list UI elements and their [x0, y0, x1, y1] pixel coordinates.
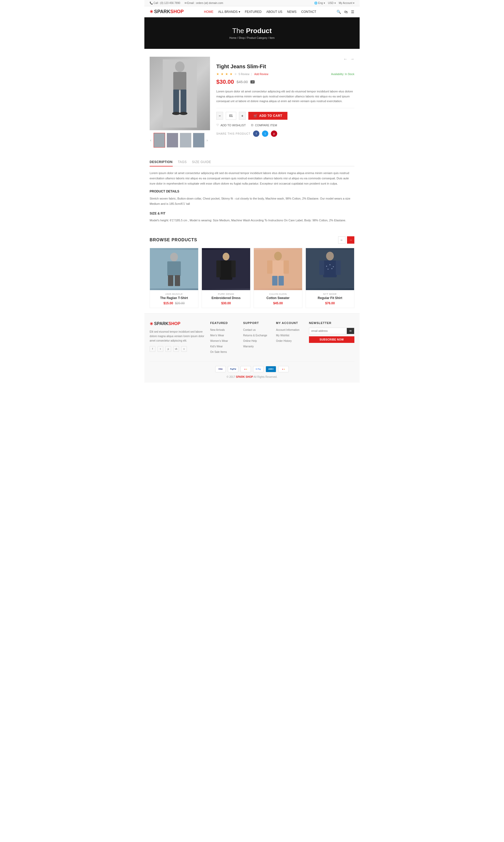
footer-link-returns[interactable]: Returns & Exchange	[243, 334, 267, 337]
qty-increase-button[interactable]: +	[239, 112, 246, 120]
browse-prev-button[interactable]: ←	[338, 236, 345, 244]
compare-icon-4[interactable]: ⊡	[342, 284, 344, 288]
wishlist-icon-1[interactable]: ♡	[160, 284, 163, 288]
nav-contact[interactable]: CONTACT	[301, 10, 316, 14]
qty-input[interactable]	[226, 112, 236, 120]
card-4-brand: NYT Mode	[308, 293, 352, 295]
currency-selector[interactable]: USD ▾	[328, 2, 336, 4]
svg-rect-19	[272, 261, 284, 276]
add-to-cart-card-2[interactable]: ADD TO CART	[216, 285, 236, 287]
footer-link-kids-wear[interactable]: Kid's Wear	[210, 345, 223, 348]
social-facebook-icon[interactable]: f	[150, 346, 156, 352]
footer-link-on-sale[interactable]: On Sale Items	[210, 351, 227, 353]
nav-featured[interactable]: FEATURED	[245, 10, 262, 14]
email-info: ✉ Email : orders (at) domain.com	[184, 2, 223, 4]
price-old: $45.00	[236, 80, 248, 84]
product-card-3-info: Calvin Klein Cotton Sweater $45.00	[254, 290, 302, 308]
thumbnail-4[interactable]	[193, 133, 204, 147]
tab-description[interactable]: DESCRIPTION	[150, 158, 173, 166]
footer-link-womens-wear[interactable]: Women's Wear	[210, 339, 228, 342]
card-2-name[interactable]: Embroidered Dress	[204, 296, 248, 300]
star-1: ★	[216, 72, 219, 76]
newsletter-send-button[interactable]: ✉	[347, 328, 354, 334]
product-card-4: ♡ ADD TO CART ⊡ NYT Mode Regular Fit Shi…	[306, 248, 354, 308]
social-twitter-icon[interactable]: t	[158, 346, 163, 352]
svg-rect-28	[336, 261, 340, 275]
footer-link-order-history[interactable]: Order History	[276, 339, 292, 342]
newsletter-email-input[interactable]	[309, 328, 347, 334]
account-selector[interactable]: My Account ▾	[339, 2, 354, 4]
svg-rect-14	[220, 261, 232, 280]
tab-size-guide[interactable]: SIZE GUIDE	[192, 158, 211, 166]
product-navigation: ← →	[216, 57, 354, 61]
card-1-name[interactable]: The Raglan T-Shirt	[152, 296, 196, 300]
wishlist-icon-4[interactable]: ♡	[316, 284, 319, 288]
logo[interactable]: ✳ SPARKSHOP	[150, 9, 184, 15]
footer-support-col: SUPPORT Contact us Returns & Exchange On…	[243, 321, 271, 355]
thumbnail-2[interactable]	[167, 133, 178, 147]
footer-link-warranty[interactable]: Warranty	[243, 345, 254, 348]
facebook-share-icon[interactable]: f	[253, 130, 259, 137]
pinterest-share-icon[interactable]: p	[271, 130, 277, 137]
card-3-name[interactable]: Cotton Sweater	[256, 296, 300, 300]
footer-social: f t p vk v	[150, 346, 205, 352]
newsletter-subscribe-button[interactable]: SUBSCRIBE NOW	[309, 336, 354, 343]
browse-next-button[interactable]: →	[347, 236, 354, 244]
language-selector[interactable]: 🌐 Eng ▾	[314, 2, 325, 4]
thumbnail-1[interactable]	[154, 133, 165, 147]
share-row: SHARE THIS PRODUCT f t p	[216, 130, 354, 137]
product-card-4-info: NYT Mode Regular Fit Shirt $76.00	[306, 290, 354, 308]
add-review-link[interactable]: Add Review	[254, 73, 268, 76]
footer-link-new-arrivals[interactable]: New Arrivals	[210, 328, 225, 332]
nav-home[interactable]: HOME	[204, 10, 213, 14]
product-card-3-image: ♡ ADD TO CART ⊡	[254, 248, 302, 290]
social-pinterest-icon[interactable]: p	[165, 346, 171, 352]
nav-icons: 🔍 🛍 ☰	[337, 10, 354, 14]
wishlist-icon-3[interactable]: ♡	[264, 284, 267, 288]
footer-support-title: SUPPORT	[243, 321, 271, 324]
thumbnail-3[interactable]	[180, 133, 191, 147]
wishlist-icon-2[interactable]: ♡	[212, 284, 215, 288]
social-vk-icon[interactable]: vk	[173, 346, 179, 352]
add-to-cart-card-1[interactable]: ADD TO CART	[164, 285, 184, 287]
search-icon[interactable]: 🔍	[337, 10, 341, 14]
product-card-2-image: ♡ ADD TO CART ⊡	[202, 248, 250, 290]
nav-news[interactable]: NEWS	[287, 10, 296, 14]
cart-icon[interactable]: 🛍	[344, 10, 348, 14]
card-1-price: $15.00 $20.00	[152, 301, 196, 305]
product-title: Tight Jeans Slim-Fit	[216, 64, 354, 70]
qty-decrease-button[interactable]: −	[216, 112, 223, 120]
hero-title: The Product	[232, 27, 272, 35]
nav-all-brands[interactable]: ALL BRANDS ▾	[218, 10, 240, 14]
thumb-next-arrow[interactable]: ›	[206, 138, 209, 143]
footer-link-contact[interactable]: Contact us	[243, 328, 256, 332]
footer-link-online-help[interactable]: Online Help	[243, 339, 257, 342]
add-to-cart-card-3[interactable]: ADD TO CART	[268, 285, 288, 287]
svg-point-32	[328, 269, 329, 270]
svg-rect-4	[181, 90, 186, 113]
card-4-name[interactable]: Regular Fit Shirt	[308, 296, 352, 300]
browse-navigation: ← →	[338, 236, 354, 244]
twitter-share-icon[interactable]: t	[262, 130, 268, 137]
footer-link-wishlist[interactable]: My Wishlist	[276, 334, 290, 337]
compare-icon-3[interactable]: ⊡	[290, 284, 292, 288]
nav-about-us[interactable]: ABOUT US	[266, 10, 282, 14]
compare-item-button[interactable]: ⊡ COMPARE ITEM	[251, 123, 277, 127]
footer-link-account-info[interactable]: Account Information	[276, 328, 300, 332]
top-bar: 📞 Call : (0) 123 456 7890 ✉ Email : orde…	[144, 0, 360, 6]
prev-product-icon[interactable]: ←	[343, 57, 347, 61]
svg-point-33	[331, 268, 332, 269]
compare-icon-2[interactable]: ⊡	[237, 284, 240, 288]
menu-icon[interactable]: ☰	[351, 10, 354, 14]
add-to-cart-button[interactable]: 🛒 ADD TO CART	[248, 112, 287, 120]
social-vine-icon[interactable]: v	[181, 346, 187, 352]
add-to-wishlist-button[interactable]: ♡ ADD TO WISHLIST	[216, 123, 246, 127]
product-details-title: PRODUCT DETAILS	[150, 189, 354, 195]
next-product-icon[interactable]: →	[350, 57, 354, 61]
svg-rect-27	[320, 261, 324, 275]
add-to-cart-card-4[interactable]: ADD TO CART	[320, 285, 340, 287]
thumb-prev-arrow[interactable]: ‹	[150, 138, 152, 143]
tab-tags[interactable]: TAGS	[178, 158, 187, 166]
compare-icon-1[interactable]: ⊡	[185, 284, 188, 288]
footer-link-mens-wear[interactable]: Men's Wear	[210, 334, 224, 337]
